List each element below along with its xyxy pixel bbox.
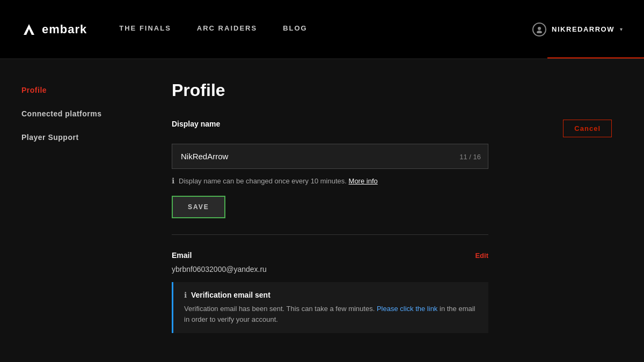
verification-body: Verification email has been sent. This c… (184, 304, 478, 324)
user-menu[interactable]: NIKREDARROW ▾ (532, 23, 623, 36)
username-label: NIKREDARROW (552, 25, 614, 33)
main-layout: Profile Connected platforms Player Suppo… (0, 59, 644, 362)
user-underline-decoration (547, 57, 644, 58)
cancel-button[interactable]: Cancel (563, 120, 612, 137)
verification-title-row: ℹ Verification email sent (184, 291, 478, 299)
svg-point-1 (538, 27, 541, 30)
user-avatar-icon (532, 23, 546, 36)
logo-text: embark (42, 23, 87, 36)
nav-item-arc-raiders[interactable]: ARC RAIDERS (197, 24, 257, 34)
email-label: Email (172, 251, 192, 260)
more-info-link[interactable]: More info (349, 177, 378, 185)
info-row: ℹ Display name can be changed once every… (172, 176, 612, 185)
sidebar: Profile Connected platforms Player Suppo… (0, 59, 140, 362)
display-name-label: Display name (172, 120, 220, 128)
char-count: 11 / 16 (459, 152, 481, 160)
verification-info-icon: ℹ (184, 291, 187, 299)
email-value: ybrbnf06032000@yandex.ru (172, 265, 488, 274)
chevron-down-icon: ▾ (620, 26, 623, 32)
display-name-input-wrapper: 11 / 16 (172, 144, 488, 169)
display-name-input[interactable] (172, 144, 488, 169)
embark-logo-icon (21, 22, 36, 37)
save-button[interactable]: SAVE (172, 196, 225, 218)
sidebar-item-profile[interactable]: Profile (21, 86, 118, 94)
nav-item-the-finals[interactable]: THE FINALS (119, 24, 171, 34)
logo[interactable]: embark (21, 22, 87, 37)
header: embark THE FINALS ARC RAIDERS BLOG NIKRE… (0, 0, 644, 59)
svg-marker-0 (24, 24, 34, 35)
verification-box: ℹ Verification email sent Verification e… (172, 282, 488, 333)
main-nav: THE FINALS ARC RAIDERS BLOG (119, 24, 532, 34)
section-divider (172, 234, 488, 235)
display-name-header-row: Display name Cancel (172, 120, 612, 137)
display-name-info-text: Display name can be changed once every 1… (179, 177, 378, 185)
nav-item-blog[interactable]: BLOG (283, 24, 308, 34)
svg-point-2 (537, 31, 542, 33)
main-content: Profile Display name Cancel 11 / 16 ℹ Di… (140, 59, 644, 362)
sidebar-item-connected-platforms[interactable]: Connected platforms (21, 109, 118, 118)
page-title: Profile (172, 80, 612, 100)
info-icon: ℹ (172, 176, 174, 185)
edit-email-link[interactable]: Edit (475, 252, 488, 260)
email-header-row: Email Edit (172, 251, 488, 260)
verification-title: Verification email sent (191, 291, 270, 299)
sidebar-item-player-support[interactable]: Player Support (21, 133, 118, 142)
